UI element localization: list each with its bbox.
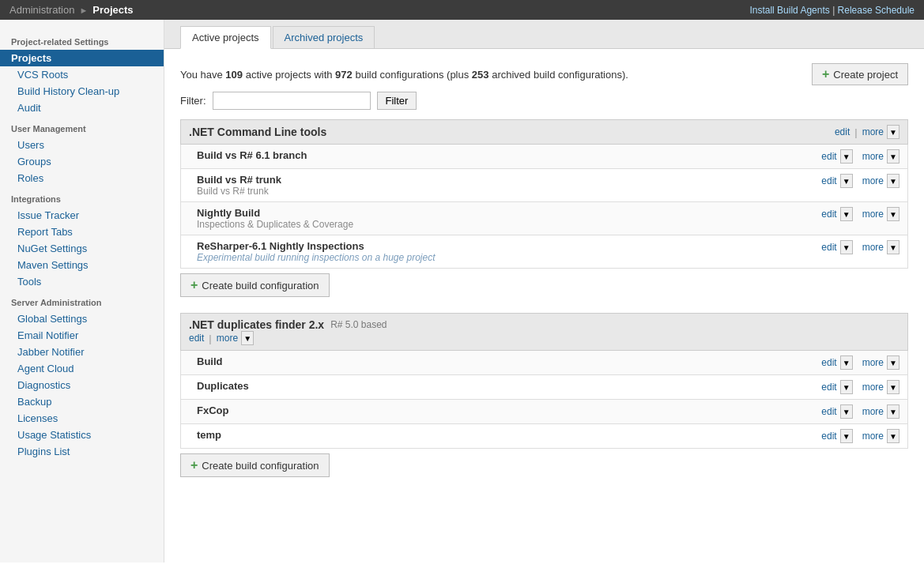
build-config-row: Build vs R# 6.1 branchedit▼ more▼ bbox=[180, 145, 908, 169]
build-more-dropdown-button[interactable]: ▼ bbox=[887, 174, 899, 188]
build-more-link[interactable]: more bbox=[862, 382, 884, 393]
create-project-button[interactable]: + Create project bbox=[812, 63, 908, 85]
project-more-link[interactable]: more bbox=[862, 126, 884, 137]
sidebar-item-tools[interactable]: Tools bbox=[0, 273, 164, 290]
tabs-bar: Active projectsArchived projects bbox=[164, 20, 924, 49]
sidebar: Project-related SettingsProjectsVCS Root… bbox=[0, 20, 164, 562]
build-edit-dropdown-button[interactable]: ▼ bbox=[840, 174, 853, 188]
create-build-plus-icon: + bbox=[190, 278, 198, 292]
create-build-configuration-button[interactable]: +Create build configuration bbox=[180, 273, 330, 297]
filter-button[interactable]: Filter bbox=[377, 92, 417, 110]
sidebar-item-maven-settings[interactable]: Maven Settings bbox=[0, 257, 164, 273]
sidebar-item-projects[interactable]: Projects bbox=[0, 50, 164, 66]
build-name: Nightly Build bbox=[197, 207, 353, 219]
filter-input[interactable] bbox=[213, 92, 371, 110]
create-build-label: Create build configuration bbox=[202, 460, 319, 472]
breadcrumb-separator: ► bbox=[79, 6, 88, 15]
build-name: FxCop bbox=[197, 404, 228, 416]
tab-archived[interactable]: Archived projects bbox=[273, 26, 375, 48]
project-subtitle: R# 5.0 based bbox=[330, 319, 387, 330]
create-build-label: Create build configuration bbox=[202, 280, 319, 292]
project-dropdown-button[interactable]: ▼ bbox=[887, 125, 899, 139]
create-build-plus-icon: + bbox=[190, 458, 198, 472]
create-build-configuration-button[interactable]: +Create build configuration bbox=[180, 453, 330, 477]
sidebar-item-licenses[interactable]: Licenses bbox=[0, 410, 164, 427]
create-project-plus-icon: + bbox=[822, 68, 829, 81]
build-edit-dropdown-button[interactable]: ▼ bbox=[840, 207, 853, 221]
sidebar-item-issue-tracker[interactable]: Issue Tracker bbox=[0, 207, 164, 224]
build-more-link[interactable]: more bbox=[862, 431, 884, 442]
layout: Project-related SettingsProjectsVCS Root… bbox=[0, 20, 924, 562]
breadcrumb-admin-link[interactable]: Administration bbox=[9, 4, 74, 16]
build-more-link[interactable]: more bbox=[862, 151, 884, 162]
project-group-dotnet-duplicates: .NET duplicates finder 2.xR# 5.0 baseded… bbox=[180, 313, 908, 477]
build-config-row: Duplicatesedit▼ more▼ bbox=[180, 375, 908, 400]
build-edit-link[interactable]: edit bbox=[821, 209, 836, 220]
build-edit-link[interactable]: edit bbox=[821, 357, 836, 368]
build-more-link[interactable]: more bbox=[862, 406, 884, 417]
build-more-dropdown-button[interactable]: ▼ bbox=[887, 380, 899, 394]
sidebar-item-global-settings[interactable]: Global Settings bbox=[0, 310, 164, 327]
build-more-dropdown-button[interactable]: ▼ bbox=[887, 429, 899, 443]
build-edit-link[interactable]: edit bbox=[821, 406, 836, 417]
build-edit-link[interactable]: edit bbox=[821, 151, 836, 162]
build-edit-link[interactable]: edit bbox=[821, 382, 836, 393]
sidebar-item-audit[interactable]: Audit bbox=[0, 100, 164, 116]
create-project-label: Create project bbox=[833, 69, 898, 81]
build-config-row: Build vs R# trunkBuild vs R# trunkedit▼ … bbox=[180, 169, 908, 202]
sidebar-item-jabber-notifier[interactable]: Jabber Notifier bbox=[0, 344, 164, 360]
tab-active[interactable]: Active projects bbox=[180, 26, 271, 49]
build-more-link[interactable]: more bbox=[862, 242, 884, 253]
build-more-dropdown-button[interactable]: ▼ bbox=[887, 240, 899, 254]
sidebar-item-usage-statistics[interactable]: Usage Statistics bbox=[0, 427, 164, 443]
sidebar-item-groups[interactable]: Groups bbox=[0, 153, 164, 170]
project-edit-link[interactable]: edit bbox=[835, 126, 850, 137]
project-title: .NET duplicates finder 2.x bbox=[189, 318, 324, 331]
sidebar-item-diagnostics[interactable]: Diagnostics bbox=[0, 377, 164, 393]
build-desc: Experimental build running inspections o… bbox=[197, 252, 436, 263]
project-edit-link[interactable]: edit bbox=[189, 333, 204, 344]
build-edit-dropdown-button[interactable]: ▼ bbox=[840, 380, 853, 394]
sidebar-item-report-tabs[interactable]: Report Tabs bbox=[0, 224, 164, 240]
filter-label: Filter: bbox=[180, 95, 206, 107]
build-edit-link[interactable]: edit bbox=[821, 431, 836, 442]
build-edit-dropdown-button[interactable]: ▼ bbox=[840, 355, 853, 370]
sidebar-item-roles[interactable]: Roles bbox=[0, 170, 164, 186]
content-area: You have 109 active projects with 972 bu… bbox=[164, 49, 924, 501]
build-more-dropdown-button[interactable]: ▼ bbox=[887, 149, 899, 164]
sidebar-item-agent-cloud[interactable]: Agent Cloud bbox=[0, 360, 164, 377]
build-config-row: FxCopedit▼ more▼ bbox=[180, 400, 908, 424]
build-more-dropdown-button[interactable]: ▼ bbox=[887, 207, 899, 221]
build-edit-link[interactable]: edit bbox=[821, 175, 836, 186]
sidebar-section-title: Integrations bbox=[0, 186, 164, 207]
sidebar-item-nuget-settings[interactable]: NuGet Settings bbox=[0, 240, 164, 257]
install-build-agents-link[interactable]: Install Build Agents bbox=[749, 5, 829, 16]
sidebar-item-backup[interactable]: Backup bbox=[0, 393, 164, 410]
project-more-link[interactable]: more bbox=[217, 333, 238, 344]
sidebar-section-title: User Management bbox=[0, 116, 164, 137]
build-name: temp bbox=[197, 429, 221, 441]
build-config-row: tempedit▼ more▼ bbox=[180, 424, 908, 449]
build-name: Build bbox=[197, 355, 223, 367]
build-more-link[interactable]: more bbox=[862, 175, 884, 186]
build-more-dropdown-button[interactable]: ▼ bbox=[887, 404, 899, 419]
sidebar-item-users[interactable]: Users bbox=[0, 137, 164, 153]
project-dropdown-button[interactable]: ▼ bbox=[241, 331, 254, 345]
build-edit-dropdown-button[interactable]: ▼ bbox=[840, 404, 853, 419]
build-edit-link[interactable]: edit bbox=[821, 242, 836, 253]
sidebar-item-email-notifier[interactable]: Email Notifier bbox=[0, 327, 164, 344]
build-edit-dropdown-button[interactable]: ▼ bbox=[840, 149, 853, 164]
release-schedule-link[interactable]: Release Schedule bbox=[838, 5, 915, 16]
action-separator: | bbox=[854, 126, 857, 138]
stats-bar: You have 109 active projects with 972 bu… bbox=[180, 57, 908, 92]
build-more-link[interactable]: more bbox=[862, 209, 884, 220]
build-edit-dropdown-button[interactable]: ▼ bbox=[840, 429, 853, 443]
build-edit-dropdown-button[interactable]: ▼ bbox=[840, 240, 853, 254]
breadcrumb: Administration ► Projects bbox=[9, 4, 134, 16]
top-bar: Administration ► Projects Install Build … bbox=[0, 0, 924, 20]
build-more-dropdown-button[interactable]: ▼ bbox=[887, 355, 899, 370]
sidebar-item-build-history[interactable]: Build History Clean-up bbox=[0, 83, 164, 100]
sidebar-item-vcs-roots[interactable]: VCS Roots bbox=[0, 66, 164, 83]
build-more-link[interactable]: more bbox=[862, 357, 884, 368]
sidebar-item-plugins-list[interactable]: Plugins List bbox=[0, 443, 164, 460]
